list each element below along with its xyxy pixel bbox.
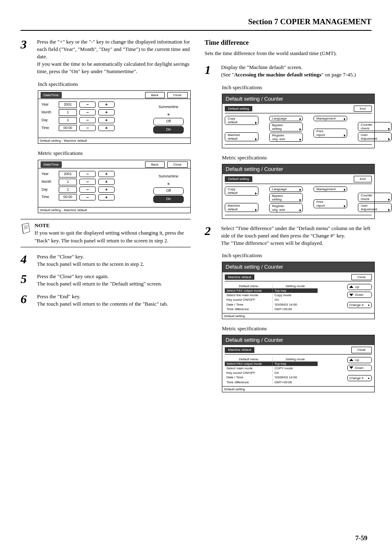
field-value: 1: [59, 109, 77, 116]
panel-footer: Default setting: [222, 386, 374, 392]
plus-button[interactable]: +: [98, 194, 115, 200]
field-label: Time: [42, 195, 56, 200]
minus-button[interactable]: –: [79, 101, 96, 108]
management-button[interactable]: Management: [314, 116, 347, 121]
management-button[interactable]: Management: [314, 187, 347, 192]
sun-icon: ☀: [150, 112, 187, 117]
counter-check-button[interactable]: Counter check: [358, 122, 392, 131]
table-row[interactable]: Time differenceGMT+09:00: [225, 307, 318, 311]
main-columns: 3 Press the "+" key or the "-" key to ch…: [21, 38, 371, 398]
table-row[interactable]: Date / Time'03/09/03 14:00: [225, 302, 318, 307]
minus-button[interactable]: –: [79, 179, 96, 185]
end-button[interactable]: End: [354, 106, 372, 112]
on-button[interactable]: On: [153, 196, 184, 203]
step-2: 2 Select "Time difference" under the "De…: [205, 225, 375, 247]
minus-button[interactable]: –: [79, 194, 96, 200]
minus-button[interactable]: –: [79, 109, 96, 115]
up-button[interactable]: Up: [347, 284, 372, 290]
print-report-button[interactable]: Print report: [314, 199, 347, 208]
field-label: Year: [42, 172, 56, 177]
table-row[interactable]: Time differenceGMT+09:00: [225, 380, 318, 385]
step-5: 5 Press the "Close" key once again.The t…: [21, 273, 191, 288]
table-row[interactable]: Select main modeCOPY mode: [225, 366, 318, 371]
table-row[interactable]: Date / Time'03/09/03 14:00: [225, 375, 318, 380]
off-button[interactable]: Off: [153, 118, 184, 125]
step-number: 2: [205, 225, 215, 247]
down-button[interactable]: Down: [347, 365, 372, 371]
print-report-button[interactable]: Print report: [314, 129, 347, 138]
table-row[interactable]: Key sound ON/OFFOn: [225, 297, 318, 302]
change-button[interactable]: Change #▸: [347, 375, 372, 381]
end-button[interactable]: End: [354, 176, 372, 182]
bypass-setting-button[interactable]: Bypass setting: [269, 122, 303, 131]
minus-button[interactable]: –: [79, 125, 96, 131]
panel-footer: Default setting: [222, 313, 374, 319]
register-orig-size-button[interactable]: Register orig. size: [269, 133, 303, 142]
plus-button[interactable]: +: [98, 109, 115, 115]
triangle-up-icon: [349, 359, 353, 361]
close-button[interactable]: Close: [351, 274, 372, 280]
step-text: Display the "Machine default" screen.: [221, 64, 375, 71]
change-button[interactable]: Change #▸: [347, 302, 372, 308]
back-button[interactable]: Back: [145, 92, 165, 98]
step-text: Press the "Close" key once again.: [37, 273, 191, 280]
step-body: Press the "+" key or the "-" key to chan…: [37, 38, 191, 76]
step-4: 4 Press the "Close" key.The touch panel …: [21, 253, 191, 268]
page-header: Section 7 COPIER MANAGEMENT: [21, 16, 371, 31]
step-number: 3: [21, 38, 31, 76]
caption-metric: Metric specifications: [38, 150, 191, 157]
field-value: 1: [59, 117, 77, 124]
close-button[interactable]: Close: [351, 347, 372, 353]
section-heading: Time difference: [205, 38, 375, 47]
note-body: If you want to quit the displayed settin…: [35, 229, 191, 244]
field-label: Month: [42, 110, 56, 115]
plus-button[interactable]: +: [98, 179, 115, 185]
language-button[interactable]: Language: [269, 116, 303, 121]
left-column: 3 Press the "+" key or the "-" key to ch…: [21, 38, 191, 398]
step-text: If you want the time to be automatically…: [37, 60, 191, 75]
back-button[interactable]: Back: [145, 161, 165, 168]
machine-default-button[interactable]: Machine default: [225, 203, 258, 212]
panel-title: Default setting / Counter: [222, 94, 374, 104]
close-button[interactable]: Close: [167, 92, 188, 98]
table-row[interactable]: Select the main modeCopy mode: [225, 293, 318, 297]
right-column: Time difference Sets the time difference…: [205, 38, 375, 398]
copy-default-button[interactable]: Copy default: [225, 116, 258, 125]
minus-button[interactable]: –: [79, 187, 96, 193]
user-adjustment-button[interactable]: User Adjustment: [358, 132, 392, 141]
plus-button[interactable]: +: [98, 125, 115, 131]
off-button[interactable]: Off: [153, 187, 184, 195]
field-value: 1: [59, 179, 77, 185]
machine-default-button[interactable]: Machine default: [225, 132, 258, 141]
counter-check-button[interactable]: Counter check: [358, 193, 392, 202]
col-header: Default menu: [225, 284, 272, 288]
copy-default-button[interactable]: Copy default: [225, 187, 258, 196]
minus-button[interactable]: –: [79, 171, 96, 177]
step-text: Press the "End" key.: [37, 293, 191, 300]
table-row[interactable]: Key sound ON/OFFOn: [225, 371, 318, 375]
table-row[interactable]: Select FAX output modeTop tray: [225, 288, 318, 293]
minus-button[interactable]: –: [79, 117, 96, 123]
summertime-label: Summertime: [150, 105, 187, 110]
menu-table: Default menuSetting mode Select FAX outp…: [225, 357, 318, 385]
caption-metric: Metric specifications: [222, 325, 375, 332]
plus-button[interactable]: +: [98, 171, 115, 177]
register-orig-size-button[interactable]: Register orig. size: [269, 203, 303, 212]
down-button[interactable]: Down: [347, 292, 372, 298]
user-adjustment-button[interactable]: User Adjustment: [358, 203, 392, 212]
caption-metric: Metric specifications: [222, 154, 375, 161]
plus-button[interactable]: +: [98, 187, 115, 193]
plus-button[interactable]: +: [98, 117, 115, 123]
machine-default-panel: Default setting / Counter Machine defaul…: [222, 262, 375, 319]
bypass-setting-button[interactable]: Bypass setting: [269, 193, 303, 202]
step-1: 1 Display the "Machine default" screen. …: [205, 64, 375, 78]
note-title: NOTE: [35, 222, 191, 229]
up-button[interactable]: Up: [347, 357, 372, 363]
close-button[interactable]: Close: [167, 161, 188, 168]
table-row[interactable]: Select FAX output modeTop tray: [225, 362, 318, 366]
step-text: (See "Accessing the machine default sett…: [221, 71, 375, 78]
panel-footer: Default setting - Machine default: [38, 207, 190, 213]
language-button[interactable]: Language: [269, 187, 303, 192]
plus-button[interactable]: +: [98, 101, 115, 108]
on-button[interactable]: On: [153, 126, 184, 134]
